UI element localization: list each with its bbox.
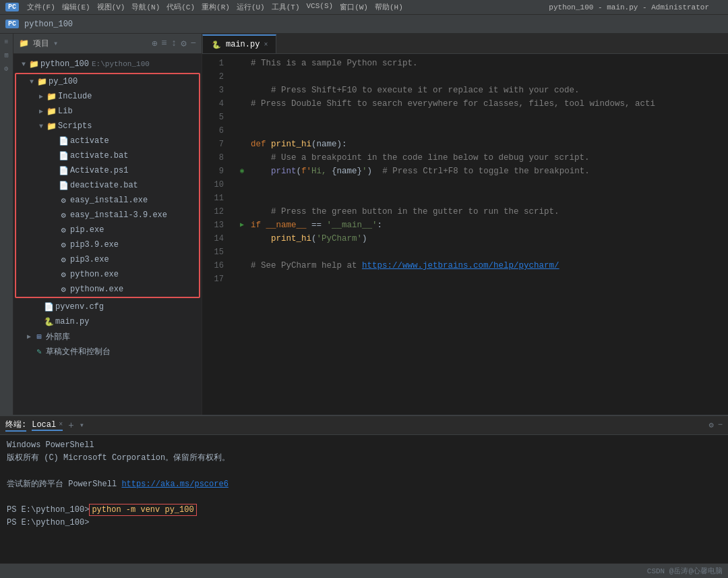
arrow-py100: ▼ [27, 78, 36, 86]
tree-item-include[interactable]: ▶ 📁 Include [16, 89, 199, 104]
file-icon-pyvenv: 📄 [43, 302, 54, 312]
menu-code[interactable]: 代码(C) [166, 2, 195, 12]
menu-edit[interactable]: 编辑(E) [62, 2, 90, 12]
tree-item-external[interactable]: ▶ ⊞ 外部库 [13, 329, 202, 344]
ln-5: 5 [208, 111, 229, 124]
code-indent-9 [251, 165, 271, 178]
term-line-5 [7, 491, 721, 504]
terminal-content[interactable]: Windows PowerShell 版权所有 (C) Microsoft Co… [0, 435, 728, 563]
code-area[interactable]: # This is a sample Python script. # Pres… [235, 54, 728, 415]
code-text-3: # Press Shift+F10 to execute it or repla… [251, 84, 580, 97]
tree-item-deactivate-bat[interactable]: 📄 deactivate.bat [16, 178, 199, 193]
tree-item-pip39-exe[interactable]: ⚙ pip3.9.exe [16, 237, 199, 252]
code-line-12: # Press the green button in the gutter t… [240, 205, 723, 219]
panel-icon-add[interactable]: ⊕ [152, 38, 157, 49]
tree-item-python-exe[interactable]: ⚙ python.exe [16, 267, 199, 282]
code-str-9: Hi, [311, 165, 332, 178]
pscore-link[interactable]: https://aka.ms/pscore6 [121, 480, 228, 489]
menu-window[interactable]: 窗口(W) [340, 2, 368, 12]
tree-label-main-py: main.py [55, 317, 89, 326]
ln-15: 15 [208, 245, 229, 259]
panel-icon-close[interactable]: − [191, 38, 196, 49]
menu-help[interactable]: 帮助(H) [375, 2, 403, 12]
panel-icon-expand[interactable]: ≡ [161, 38, 166, 49]
terminal-session-close[interactable]: × [59, 421, 63, 428]
tree-item-easy-install[interactable]: ⚙ easy_install.exe [16, 193, 199, 208]
terminal-icon-gear[interactable]: ⚙ [709, 420, 714, 430]
sidebar-icon-2[interactable]: ⊞ [1, 50, 12, 61]
ln-7: 7 [208, 138, 229, 151]
code-text-8: # Use a breakpoint in the code line belo… [251, 151, 590, 165]
external-icon: ⊞ [34, 332, 44, 342]
terminal-icon-min[interactable]: − [718, 420, 723, 430]
tree-item-main-py[interactable]: 🐍 main.py [13, 314, 202, 329]
code-param-name: name [317, 138, 337, 151]
menu-file[interactable]: 文件(F) [27, 2, 55, 12]
tree-item-scratches[interactable]: ✎ 草稿文件和控制台 [13, 344, 202, 359]
tree-item-root[interactable]: ▼ 📁 python_100 E:\python_100 [13, 57, 202, 71]
terminal-header-icons: ⚙ − [709, 420, 723, 430]
folder-icon-py100: 📁 [36, 77, 47, 87]
tree-label-activate: activate [70, 136, 109, 146]
tree-item-easy-install-39[interactable]: ⚙ easy_install-3.9.exe [16, 208, 199, 223]
menu-tools[interactable]: 工具(T) [272, 2, 300, 12]
tree-label-activate-bat: activate.bat [70, 151, 128, 161]
code-line-10 [240, 178, 723, 192]
menu-refactor[interactable]: 重构(R) [202, 2, 230, 12]
code-line-4: # Press Double Shift to search everywher… [240, 97, 723, 111]
terminal-add-icon[interactable]: + [68, 420, 73, 431]
tab-main-py[interactable]: 🐍 main.py × [202, 34, 276, 53]
tree-item-pyvenv[interactable]: 📄 pyvenv.cfg [13, 299, 202, 314]
code-line-9: ◉ print(f'Hi, {name}') # Press Ctrl+F8 t… [240, 165, 723, 178]
panel-dropdown-icon[interactable]: ▾ [53, 38, 58, 49]
tree-label-pythonw-exe: pythonw.exe [70, 285, 123, 294]
menu-run[interactable]: 运行(U) [237, 2, 265, 12]
menu-view[interactable]: 视图(V) [97, 2, 125, 12]
terminal-session-local[interactable]: Local × [32, 420, 63, 431]
panel-icon-settings[interactable]: ⚙ [181, 38, 186, 49]
tree-item-py100[interactable]: ▼ 📁 py_100 [16, 74, 199, 89]
red-border-highlight: ▼ 📁 py_100 ▶ 📁 Include ▶ 📁 Lib [15, 73, 200, 298]
file-icon-deactivate-bat: 📄 [58, 181, 69, 191]
code-line-16: # See PyCharm help at https://www.jetbra… [240, 259, 723, 272]
code-fn-call-14: print_hi [271, 232, 311, 245]
code-line-1: # This is a sample Python script. [240, 57, 723, 70]
tree-item-activate[interactable]: 📄 activate [16, 134, 199, 148]
tree-item-pythonw-exe[interactable]: ⚙ pythonw.exe [16, 282, 199, 297]
arrow-include: ▶ [36, 92, 46, 100]
code-link-16[interactable]: https://www.jetbrains.com/help/pycharm/ [362, 259, 559, 272]
ln-4: 4 [208, 97, 229, 111]
ln-11: 11 [208, 192, 229, 205]
tree-item-activate-ps1[interactable]: 📄 Activate.ps1 [16, 163, 199, 178]
tree-item-scripts[interactable]: ▼ 📁 Scripts [16, 119, 199, 134]
project-name: python_100 [24, 20, 73, 29]
ln-1: 1 [208, 57, 229, 70]
ln-17: 17 [208, 272, 229, 286]
terminal-dropdown-icon[interactable]: ▾ [80, 420, 84, 430]
tab-label-main-py: main.py [226, 40, 260, 49]
terminal-tab-label: 终端: [5, 419, 26, 430]
exe-icon-pip39: ⚙ [58, 240, 69, 250]
code-line-8: # Use a breakpoint in the code line belo… [240, 151, 723, 165]
tree-label-root: python_100 [40, 59, 89, 69]
sidebar-icon-1[interactable]: ≡ [1, 36, 12, 47]
code-paren-1: ( [311, 138, 317, 151]
tree-item-pip-exe[interactable]: ⚙ pip.exe [16, 223, 199, 237]
menu-vcs[interactable]: VCS(S) [307, 2, 334, 12]
panel-icon-collapse[interactable]: ↕ [171, 38, 177, 49]
tree-item-activate-bat[interactable]: 📄 activate.bat [16, 148, 199, 163]
sidebar-icon-3[interactable]: ⚙ [1, 63, 12, 74]
code-line-17 [240, 272, 723, 286]
ln-3: 3 [208, 84, 229, 97]
term-cmd-box: python -m venv py_100 [89, 504, 196, 516]
code-line-15 [240, 245, 723, 259]
arrow-lib: ▶ [36, 107, 46, 115]
tab-close-main-py[interactable]: × [264, 41, 268, 49]
code-line-6 [240, 124, 723, 138]
menu-nav[interactable]: 导航(N) [131, 2, 160, 12]
app-logo: PC [5, 3, 19, 11]
tree-item-pip3-exe[interactable]: ⚙ pip3.exe [16, 252, 199, 267]
tree-item-lib[interactable]: ▶ 📁 Lib [16, 104, 199, 119]
tree-label-pip-exe: pip.exe [70, 225, 104, 235]
window-title: python_100 - main.py - Administrator [549, 3, 709, 11]
